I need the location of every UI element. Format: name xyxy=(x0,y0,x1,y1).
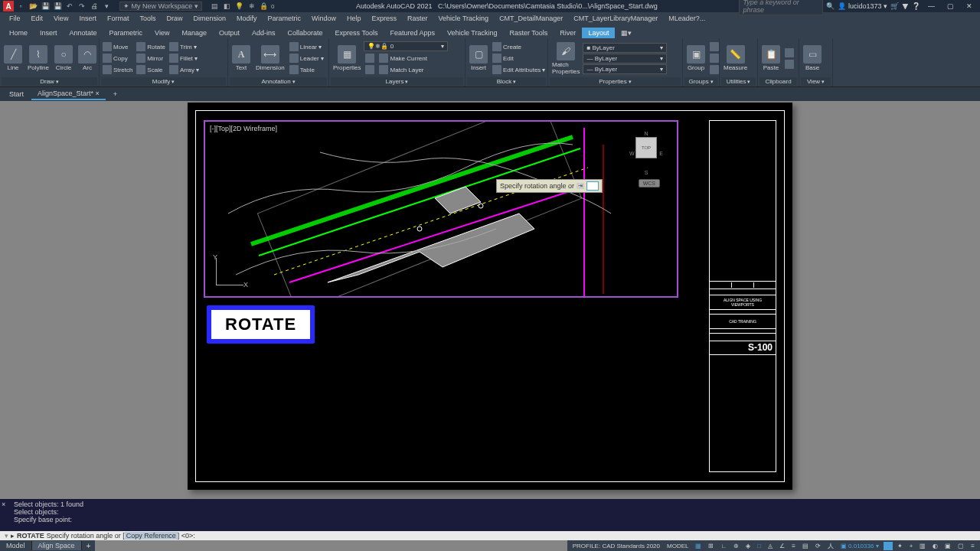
workspace-dropdown[interactable]: ✦ My New Workspace ▾ xyxy=(119,2,202,11)
status-clean-icon[interactable]: ▢ xyxy=(956,543,966,549)
array-button[interactable]: Array ▾ xyxy=(168,64,201,75)
trim-button[interactable]: Trim ▾ xyxy=(168,41,201,52)
match-properties-button[interactable]: 🖌Match Properties xyxy=(550,41,582,77)
status-osnap-icon[interactable]: □ xyxy=(755,543,763,549)
menu-detail[interactable]: CMT_DetailManager xyxy=(495,14,567,23)
cart-icon[interactable]: 🛒 xyxy=(890,2,899,10)
status-hardware-icon[interactable]: ◐ xyxy=(930,543,940,549)
tab-expresstools[interactable]: Express Tools xyxy=(329,28,384,38)
panel-annotation-title[interactable]: Annotation xyxy=(230,77,327,86)
menu-view[interactable]: View xyxy=(49,14,73,23)
status-ortho-icon[interactable]: ∟ xyxy=(718,543,729,549)
layer-icon-1[interactable] xyxy=(364,53,376,64)
insert-button[interactable]: ▢Insert xyxy=(467,44,490,73)
qat-new-icon[interactable]: ▫ xyxy=(15,1,26,11)
tab-river[interactable]: River xyxy=(554,28,582,38)
group-button[interactable]: ▣Group xyxy=(684,44,707,73)
model-tab-model[interactable]: Model xyxy=(0,541,32,550)
qat-share-icon[interactable]: ▤ xyxy=(210,1,220,11)
menu-file[interactable]: File xyxy=(5,14,25,23)
canvas-area[interactable]: [-][Top][2D Wireframe] xyxy=(0,101,980,499)
menu-layerlib[interactable]: CMT_LayerLibraryManager xyxy=(569,14,662,23)
menu-raster[interactable]: Raster xyxy=(403,14,433,23)
file-tab-start[interactable]: Start xyxy=(3,89,30,99)
file-tab-alignspace[interactable]: AlignSpace_Start* × xyxy=(31,88,106,100)
arc-button[interactable]: ◠Arc xyxy=(76,44,99,73)
tab-view[interactable]: View xyxy=(149,28,175,38)
line-button[interactable]: ╱Line xyxy=(2,44,24,73)
rotation-angle-input[interactable] xyxy=(586,181,599,191)
stretch-button[interactable]: Stretch xyxy=(101,64,134,75)
status-lwt-icon[interactable]: ≡ xyxy=(789,543,798,549)
tab-insert[interactable]: Insert xyxy=(34,28,64,38)
make-current-button[interactable]: Make Current xyxy=(377,53,428,64)
linetype-dropdown[interactable]: — ByLayer▾ xyxy=(583,64,667,74)
file-tab-close-icon[interactable]: × xyxy=(96,90,100,97)
status-iso-icon[interactable]: ◈ xyxy=(743,543,753,549)
tab-parametric[interactable]: Parametric xyxy=(103,28,149,38)
tab-featured[interactable]: Featured Apps xyxy=(384,28,441,38)
tab-collaborate[interactable]: Collaborate xyxy=(282,28,329,38)
fillet-button[interactable]: Fillet ▾ xyxy=(168,53,201,64)
qat-save-icon[interactable]: 💾 xyxy=(40,1,51,11)
menu-window[interactable]: Window xyxy=(307,14,341,23)
move-button[interactable]: Move xyxy=(101,41,134,52)
copy-button[interactable]: Copy xyxy=(101,53,134,64)
status-plus-icon[interactable]: + xyxy=(907,543,916,549)
tab-vehicle[interactable]: Vehicle Tracking xyxy=(441,28,504,38)
circle-button[interactable]: ○Circle xyxy=(52,44,75,73)
qat-dd-icon[interactable]: ▾ xyxy=(101,1,112,11)
viewport[interactable]: [-][Top][2D Wireframe] xyxy=(204,120,678,298)
status-annomonitor-icon[interactable]: ⚲ xyxy=(884,542,893,550)
block-edit-button[interactable]: Edit xyxy=(491,53,547,64)
status-profile[interactable]: PROFILE: CAD Standards 2020 xyxy=(570,543,662,549)
status-isolate-icon[interactable]: ▣ xyxy=(942,543,953,549)
tab-raster[interactable]: Raster Tools xyxy=(504,28,554,38)
panel-layers-title[interactable]: Layers xyxy=(331,77,463,86)
menu-vehicle[interactable]: Vehicle Tracking xyxy=(434,14,494,23)
viewcube[interactable]: N S E W TOP xyxy=(629,131,663,175)
qat-layer-icon[interactable]: ◧ xyxy=(222,1,233,11)
paste-button[interactable]: 📋Paste xyxy=(760,44,782,73)
tab-extra-icon[interactable]: ▦▾ xyxy=(615,28,638,38)
command-line[interactable]: ▾ ▸ ROTATE Specify rotation angle or [Co… xyxy=(0,531,980,540)
qat-redo-icon[interactable]: ↷ xyxy=(77,1,87,11)
status-snap-icon[interactable]: ⊞ xyxy=(706,543,716,549)
text-button[interactable]: AText xyxy=(230,44,253,73)
group-sub-icon2[interactable] xyxy=(708,53,720,64)
menu-parametric[interactable]: Parametric xyxy=(263,14,306,23)
status-otrack-icon[interactable]: ∠ xyxy=(777,543,787,549)
scale-button[interactable]: Scale xyxy=(135,64,167,75)
table-button[interactable]: Table xyxy=(288,64,325,75)
menu-format[interactable]: Format xyxy=(103,14,134,23)
qat-saveas-icon[interactable]: 💾 xyxy=(52,1,63,11)
app-dd-icon[interactable]: ⯆ xyxy=(902,2,909,10)
menu-help[interactable]: Help xyxy=(342,14,366,23)
panel-modify-title[interactable]: Modify xyxy=(101,77,226,86)
menu-mleader[interactable]: MLeader?... xyxy=(664,14,710,23)
qat-open-icon[interactable]: 📂 xyxy=(28,1,38,11)
panel-properties-title[interactable]: Properties xyxy=(550,77,681,86)
group-sub-icon[interactable] xyxy=(708,41,720,52)
match-layer-button[interactable]: Match Layer xyxy=(377,64,428,75)
menu-dimension[interactable]: Dimension xyxy=(188,14,230,23)
command-history[interactable]: × Select objects: 1 found Select objects… xyxy=(0,499,980,531)
qat-bulb-icon[interactable]: 💡 xyxy=(234,1,245,11)
qat-print-icon[interactable]: 🖨 xyxy=(89,1,100,11)
mirror-button[interactable]: Mirror xyxy=(135,53,167,64)
tab-addins[interactable]: Add-ins xyxy=(246,28,282,38)
status-gear-icon[interactable]: ✦ xyxy=(895,543,905,549)
app-logo[interactable]: A xyxy=(3,1,14,11)
cmdwin-close-icon[interactable]: × xyxy=(2,500,5,508)
layer-properties-button[interactable]: ▦Properties xyxy=(331,44,363,73)
lineweight-dropdown[interactable]: — ByLayer▾ xyxy=(583,54,667,64)
status-cycling-icon[interactable]: ⟳ xyxy=(813,543,823,549)
rotate-button[interactable]: Rotate xyxy=(135,41,167,52)
status-workspace-icon[interactable]: ▥ xyxy=(917,543,928,549)
model-tab-add-icon[interactable]: + xyxy=(82,542,96,550)
polyline-button[interactable]: ⌇Polyline xyxy=(25,44,51,73)
wcs-badge[interactable]: WCS xyxy=(639,179,660,187)
status-transparency-icon[interactable]: ▤ xyxy=(800,543,811,549)
dimension-button[interactable]: ⟷Dimension xyxy=(253,44,287,73)
copy-clip-icon[interactable] xyxy=(783,59,795,70)
